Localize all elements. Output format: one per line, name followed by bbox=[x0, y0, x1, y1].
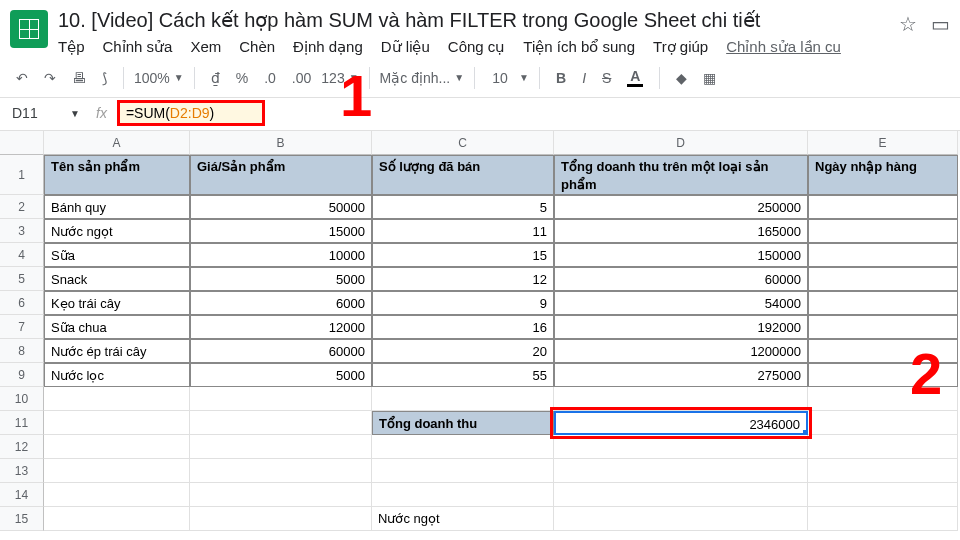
row-header[interactable]: 10 bbox=[0, 387, 44, 411]
row-header[interactable]: 6 bbox=[0, 291, 44, 315]
menu-tools[interactable]: Công cụ bbox=[448, 38, 506, 56]
namebox[interactable]: D11▼ bbox=[6, 103, 86, 123]
cell[interactable]: 12000 bbox=[190, 315, 372, 339]
text-color-button[interactable]: A bbox=[621, 64, 649, 91]
cell[interactable]: Số lượng đã bán bbox=[372, 155, 554, 195]
cell[interactable] bbox=[372, 459, 554, 483]
col-header-D[interactable]: D bbox=[554, 131, 808, 155]
cell[interactable]: 1200000 bbox=[554, 339, 808, 363]
cell[interactable]: 5000 bbox=[190, 267, 372, 291]
cell[interactable]: 60000 bbox=[554, 267, 808, 291]
cell[interactable] bbox=[808, 507, 958, 531]
cell[interactable]: 5 bbox=[372, 195, 554, 219]
cell[interactable] bbox=[808, 411, 958, 435]
cell[interactable]: 54000 bbox=[554, 291, 808, 315]
doc-title[interactable]: 10. [Video] Cách kết hợp hàm SUM và hàm … bbox=[58, 6, 899, 36]
font-dropdown[interactable]: Mặc định...▼ bbox=[380, 70, 465, 86]
cell[interactable]: 10000 bbox=[190, 243, 372, 267]
cell[interactable] bbox=[808, 291, 958, 315]
cell[interactable] bbox=[44, 483, 190, 507]
cell[interactable] bbox=[808, 483, 958, 507]
cell[interactable] bbox=[372, 435, 554, 459]
col-header-C[interactable]: C bbox=[372, 131, 554, 155]
menu-data[interactable]: Dữ liệu bbox=[381, 38, 430, 56]
col-header-A[interactable]: A bbox=[44, 131, 190, 155]
cell[interactable]: Snack bbox=[44, 267, 190, 291]
row-header[interactable]: 9 bbox=[0, 363, 44, 387]
italic-button[interactable]: I bbox=[576, 66, 592, 90]
row-header[interactable]: 3 bbox=[0, 219, 44, 243]
cell[interactable]: Bánh quy bbox=[44, 195, 190, 219]
cell[interactable] bbox=[190, 411, 372, 435]
menu-addons[interactable]: Tiện ích bổ sung bbox=[523, 38, 635, 56]
cell[interactable] bbox=[44, 411, 190, 435]
row-header[interactable]: 1 bbox=[0, 155, 44, 195]
row-header[interactable]: 2 bbox=[0, 195, 44, 219]
menu-file[interactable]: Tệp bbox=[58, 38, 85, 56]
menu-view[interactable]: Xem bbox=[190, 38, 221, 56]
cell[interactable] bbox=[808, 459, 958, 483]
print-button[interactable]: 🖶 bbox=[66, 66, 92, 90]
cell[interactable] bbox=[190, 435, 372, 459]
cell[interactable]: Ngày nhập hàng bbox=[808, 155, 958, 195]
cell[interactable] bbox=[554, 507, 808, 531]
percent-button[interactable]: % bbox=[230, 66, 254, 90]
cell[interactable]: Tên sản phẩm bbox=[44, 155, 190, 195]
col-header-E[interactable]: E bbox=[808, 131, 958, 155]
fill-color-button[interactable]: ◆ bbox=[670, 66, 693, 90]
cell[interactable]: 5000 bbox=[190, 363, 372, 387]
cell[interactable] bbox=[190, 483, 372, 507]
formula-bar[interactable]: =SUM(D2:D9) bbox=[117, 100, 265, 126]
selected-cell[interactable]: 2346000 bbox=[554, 411, 808, 435]
fontsize-dropdown[interactable]: 10▼ bbox=[485, 70, 529, 86]
sheets-logo[interactable] bbox=[10, 10, 48, 48]
cell[interactable]: Nước lọc bbox=[44, 363, 190, 387]
cell[interactable] bbox=[190, 507, 372, 531]
cell[interactable]: 11 bbox=[372, 219, 554, 243]
cell[interactable]: Sữa bbox=[44, 243, 190, 267]
cell[interactable] bbox=[554, 483, 808, 507]
cell[interactable] bbox=[372, 483, 554, 507]
cell[interactable] bbox=[554, 459, 808, 483]
cell[interactable]: 55 bbox=[372, 363, 554, 387]
cell[interactable]: 20 bbox=[372, 339, 554, 363]
row-header[interactable]: 11 bbox=[0, 411, 44, 435]
cell[interactable]: Giá/Sản phẩm bbox=[190, 155, 372, 195]
cell[interactable]: 6000 bbox=[190, 291, 372, 315]
redo-button[interactable]: ↷ bbox=[38, 66, 62, 90]
row-header[interactable]: 8 bbox=[0, 339, 44, 363]
cell[interactable]: 275000 bbox=[554, 363, 808, 387]
cell[interactable] bbox=[808, 243, 958, 267]
increase-decimal-button[interactable]: .00 bbox=[286, 66, 317, 90]
cell[interactable] bbox=[372, 387, 554, 411]
cell[interactable]: Sữa chua bbox=[44, 315, 190, 339]
cell[interactable] bbox=[190, 459, 372, 483]
cell[interactable] bbox=[808, 219, 958, 243]
cell[interactable]: 50000 bbox=[190, 195, 372, 219]
undo-button[interactable]: ↶ bbox=[10, 66, 34, 90]
cell[interactable]: 15000 bbox=[190, 219, 372, 243]
cell[interactable] bbox=[44, 435, 190, 459]
cell[interactable]: 9 bbox=[372, 291, 554, 315]
select-all-corner[interactable] bbox=[0, 131, 44, 155]
cell[interactable] bbox=[190, 387, 372, 411]
bold-button[interactable]: B bbox=[550, 66, 572, 90]
last-edit-link[interactable]: Chỉnh sửa lần cu bbox=[726, 38, 841, 56]
strike-button[interactable]: S bbox=[596, 66, 617, 90]
cell[interactable] bbox=[808, 315, 958, 339]
cell[interactable]: 192000 bbox=[554, 315, 808, 339]
cell[interactable]: 60000 bbox=[190, 339, 372, 363]
cell[interactable] bbox=[44, 459, 190, 483]
row-header[interactable]: 12 bbox=[0, 435, 44, 459]
star-icon[interactable]: ☆ bbox=[899, 12, 917, 36]
row-header[interactable]: 7 bbox=[0, 315, 44, 339]
row-header[interactable]: 5 bbox=[0, 267, 44, 291]
paint-format-button[interactable]: ⟆ bbox=[96, 66, 113, 90]
cell[interactable] bbox=[44, 507, 190, 531]
present-icon[interactable]: ▭ bbox=[931, 12, 950, 36]
menu-edit[interactable]: Chỉnh sửa bbox=[103, 38, 173, 56]
currency-button[interactable]: ₫ bbox=[205, 66, 226, 90]
cell[interactable]: 12 bbox=[372, 267, 554, 291]
menu-insert[interactable]: Chèn bbox=[239, 38, 275, 56]
cell[interactable] bbox=[808, 267, 958, 291]
